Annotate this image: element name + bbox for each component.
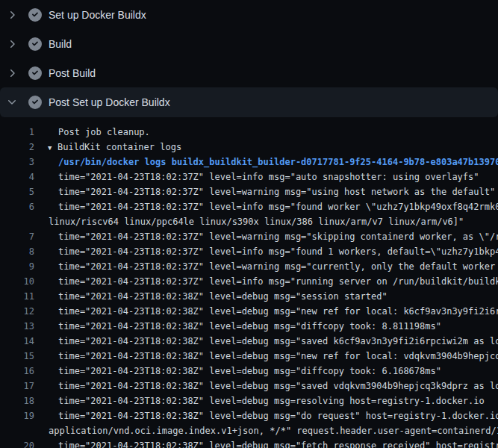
log-text: time="2021-04-23T18:02:37Z" level=info m… (58, 199, 498, 214)
check-circle-icon (28, 8, 42, 22)
log-text: time="2021-04-23T18:02:37Z" level=warnin… (58, 259, 498, 274)
log-text: time="2021-04-23T18:02:37Z" level=info m… (58, 274, 498, 289)
log-text: time="2021-04-23T18:02:38Z" level=debug … (58, 393, 485, 408)
log-line-11: 11time="2021-04-23T18:02:38Z" level=debu… (0, 289, 498, 304)
log-line-13: 13time="2021-04-23T18:02:38Z" level=debu… (0, 319, 498, 334)
log-group-toggle[interactable]: ▼BuildKit container logs (48, 140, 181, 155)
line-number[interactable]: 4 (0, 169, 34, 184)
log-line-9: 9time="2021-04-23T18:02:37Z" level=warni… (0, 259, 498, 274)
line-number[interactable]: 13 (0, 319, 34, 334)
line-number (0, 423, 34, 438)
log-line-6: 6time="2021-04-23T18:02:37Z" level=info … (0, 199, 498, 214)
step-title: Post Build (49, 67, 96, 79)
log-text: time="2021-04-23T18:02:38Z" level=debug … (58, 334, 498, 349)
log-text: time="2021-04-23T18:02:37Z" level=warnin… (58, 229, 498, 244)
log-text: time="2021-04-23T18:02:37Z" level=warnin… (58, 184, 495, 199)
line-number[interactable]: 18 (0, 393, 34, 408)
log-text: time="2021-04-23T18:02:38Z" level=debug … (58, 304, 498, 319)
line-number[interactable]: 5 (0, 184, 34, 199)
line-number[interactable]: 17 (0, 379, 34, 393)
log-line-19: 19time="2021-04-23T18:02:38Z" level=debu… (0, 408, 498, 423)
log-line-16: 16time="2021-04-23T18:02:38Z" level=debu… (0, 364, 498, 379)
check-circle-icon (28, 66, 42, 80)
chevron-down-icon (6, 96, 18, 108)
log-text: time="2021-04-23T18:02:38Z" level=debug … (58, 319, 441, 334)
log-text: time="2021-04-23T18:02:37Z" level=info m… (58, 244, 498, 259)
line-number[interactable]: 19 (0, 408, 34, 423)
log-line-12: 12time="2021-04-23T18:02:38Z" level=debu… (0, 304, 498, 319)
step-header-build[interactable]: Build (0, 29, 498, 58)
actions-log-viewer: Set up Docker Buildx Build Post Build (0, 0, 498, 448)
log-line-15: 15time="2021-04-23T18:02:38Z" level=debu… (0, 349, 498, 364)
step-header-post-build[interactable]: Post Build (0, 58, 498, 87)
step-title: Set up Docker Buildx (49, 9, 146, 21)
check-circle-icon (28, 37, 42, 51)
log-line-wrap: linux/riscv64 linux/ppc64le linux/s390x … (0, 214, 498, 229)
step-header-post-set-up-docker-buildx[interactable]: Post Set up Docker Buildx (0, 87, 498, 117)
line-number[interactable]: 6 (0, 199, 34, 214)
step-header-set-up-docker-buildx[interactable]: Set up Docker Buildx (0, 0, 498, 29)
step-title: Build (49, 38, 72, 50)
line-number (0, 214, 34, 229)
line-number[interactable]: 12 (0, 304, 34, 319)
step-title: Post Set up Docker Buildx (49, 96, 170, 108)
line-number[interactable]: 16 (0, 364, 34, 379)
log-line-18: 18time="2021-04-23T18:02:38Z" level=debu… (0, 393, 498, 408)
log-line-10: 10time="2021-04-23T18:02:37Z" level=info… (0, 274, 498, 289)
line-number[interactable]: 7 (0, 229, 34, 244)
log-pane: 1Post job cleanup.2▼BuildKit container l… (0, 117, 498, 448)
chevron-right-icon (6, 67, 18, 79)
log-line-wrap: application/vnd.oci.image.index.v1+json,… (0, 423, 498, 438)
chevron-right-icon (6, 9, 18, 21)
log-text: time="2021-04-23T18:02:38Z" level=debug … (58, 408, 498, 423)
log-line-8: 8time="2021-04-23T18:02:37Z" level=info … (0, 244, 498, 259)
log-line-2: 2▼BuildKit container logs (0, 140, 498, 155)
log-line-3: 3/usr/bin/docker logs buildx_buildkit_bu… (0, 155, 498, 169)
log-text: time="2021-04-23T18:02:38Z" level=debug … (58, 289, 387, 304)
line-number[interactable]: 10 (0, 274, 34, 289)
group-expanded-triangle-icon: ▼ (48, 140, 57, 155)
line-number[interactable]: 1 (0, 125, 34, 140)
log-line-17: 17time="2021-04-23T18:02:38Z" level=debu… (0, 379, 498, 393)
log-line-7: 7time="2021-04-23T18:02:37Z" level=warni… (0, 229, 498, 244)
line-number[interactable]: 3 (0, 155, 34, 169)
line-number[interactable]: 2 (0, 140, 34, 155)
step-list: Set up Docker Buildx Build Post Build (0, 0, 498, 117)
log-line-4: 4time="2021-04-23T18:02:37Z" level=info … (0, 169, 498, 184)
line-number[interactable]: 15 (0, 349, 34, 364)
log-text: time="2021-04-23T18:02:38Z" level=debug … (58, 379, 498, 393)
log-text: linux/riscv64 linux/ppc64le linux/s390x … (49, 214, 464, 229)
log-text: time="2021-04-23T18:02:38Z" level=debug … (58, 349, 498, 364)
log-text: time="2021-04-23T18:02:38Z" level=debug … (58, 438, 498, 448)
log-line-14: 14time="2021-04-23T18:02:38Z" level=debu… (0, 334, 498, 349)
log-text: time="2021-04-23T18:02:38Z" level=debug … (58, 364, 441, 379)
log-line-5: 5time="2021-04-23T18:02:37Z" level=warni… (0, 184, 498, 199)
line-number[interactable]: 8 (0, 244, 34, 259)
log-line-1: 1Post job cleanup. (0, 125, 498, 140)
log-line-20: 20time="2021-04-23T18:02:38Z" level=debu… (0, 438, 498, 448)
chevron-right-icon (6, 38, 18, 50)
line-number[interactable]: 14 (0, 334, 34, 349)
line-number[interactable]: 20 (0, 438, 34, 448)
line-number[interactable]: 11 (0, 289, 34, 304)
check-circle-icon (28, 96, 42, 109)
line-number[interactable]: 9 (0, 259, 34, 274)
log-text: time="2021-04-23T18:02:37Z" level=info m… (58, 169, 479, 184)
log-command-text: /usr/bin/docker logs buildx_buildkit_bui… (58, 155, 498, 169)
log-text: Post job cleanup. (58, 125, 150, 140)
log-text: application/vnd.oci.image.index.v1+json,… (49, 423, 498, 438)
